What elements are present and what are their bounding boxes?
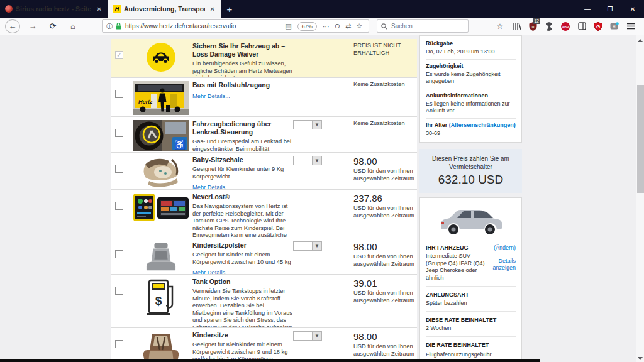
extra-checkbox[interactable] (115, 202, 123, 210)
extras-list: ✓Sichern Sie Ihr Fahrzeug ab – Loss Dama… (111, 39, 417, 362)
infant-seat-photo (140, 156, 182, 187)
library-icon[interactable] (508, 19, 525, 33)
url-bar[interactable]: ⓘ https://www.hertz.de/rentacar/reservat… (102, 19, 369, 33)
price-note: USD für den von Ihnen ausgewählten Zeitr… (353, 205, 417, 219)
extra-image: Hertz (130, 78, 192, 116)
bookmark-arrow-icon[interactable]: ☆ (492, 19, 508, 33)
extra-description: Ein beruhigendes Gefühl zu wissen, jegli… (192, 60, 293, 78)
tab-close-icon[interactable]: ✕ (96, 6, 103, 13)
neverlost-gps-photo (132, 193, 190, 222)
info-label: Rückgabe (426, 40, 516, 47)
pocket-icon[interactable]: ⊖ (335, 22, 340, 30)
reload-icon[interactable]: ⟳ (45, 19, 60, 33)
chevron-down-icon[interactable]: ▼ (312, 121, 321, 129)
search-bar[interactable]: Suchen (377, 19, 469, 33)
close-button[interactable]: ✕ (621, 0, 644, 18)
toolbar-extensions: ☆ u 12 ABP G H (492, 19, 639, 33)
extra-checkbox[interactable] (115, 129, 123, 137)
info-label: Zugehörigkeit (426, 63, 516, 70)
forward-icon[interactable]: → (25, 19, 40, 33)
extra-price: 98.00 (353, 156, 417, 167)
child-seat-photo (140, 331, 182, 361)
info-value: Do, 07 Feb, 2019 um 13:00 (426, 48, 516, 55)
scroll-down-icon[interactable] (638, 357, 643, 360)
maximize-button[interactable]: ❐ (599, 0, 621, 18)
extra-title: Kindersitzpolster (192, 241, 293, 250)
extra-checkbox[interactable] (115, 287, 123, 295)
container-icon[interactable] (574, 19, 590, 33)
quantity-dropdown[interactable]: ▼ (293, 156, 322, 165)
page-info-icon[interactable]: ⓘ (106, 22, 113, 31)
home-icon[interactable]: ⌂ (65, 19, 80, 33)
extra-checkbox[interactable]: ✓ (115, 51, 123, 59)
quantity-dropdown[interactable]: ▼ (293, 241, 322, 251)
extra-row: $Tank OptionVermeiden Sie Tankstopps in … (111, 275, 417, 328)
quantity-dropdown[interactable]: ▼ (293, 331, 322, 341)
ublock-icon[interactable]: u 12 (525, 19, 541, 33)
extension-grey-icon[interactable]: H (606, 19, 623, 33)
more-details-link[interactable]: Mehr Details... (192, 93, 230, 99)
gdata-shield-icon[interactable]: G (590, 19, 606, 33)
url-text: https://www.hertz.de/rentacar/reservatio (125, 23, 282, 30)
tab-close-icon[interactable]: ✕ (209, 6, 216, 13)
page-actions-icon[interactable]: ··· (323, 23, 330, 30)
tab-title: Sirius radio hertz - Seite 2 - Flü (16, 5, 92, 13)
new-tab-button[interactable]: + (221, 0, 238, 18)
extra-description: Das Navigationssystem von Hertz ist der … (192, 203, 293, 238)
site-favicon (5, 5, 13, 13)
chevron-down-icon[interactable]: ▼ (312, 242, 321, 250)
scroll-up-icon[interactable] (638, 39, 643, 42)
tab-sirius-radio[interactable]: Sirius radio hertz - Seite 2 - Flü ✕ (0, 0, 108, 18)
extra-description: Vermeiden Sie Tankstopps in letzter Minu… (192, 288, 293, 328)
booking-info-panel: RückgabeDo, 07 Feb, 2019 um 13:00Zugehör… (419, 35, 522, 143)
age-restrictions-link[interactable]: (Alterseinschränkungen) (447, 122, 516, 128)
total-price: 632.10 USD (425, 173, 517, 187)
extra-row: NeverLost®Das Navigationssystem von Hert… (111, 190, 417, 238)
info-section: RückgabeDo, 07 Feb, 2019 um 13:00 (426, 37, 516, 59)
adblock-plus-icon[interactable]: ABP (557, 19, 574, 33)
zoom-level-badge[interactable]: 67% (297, 22, 317, 31)
send-tab-icon[interactable]: ⇄ (345, 22, 351, 30)
more-details-link[interactable]: Mehr Details... (192, 184, 230, 190)
extra-checkbox[interactable] (115, 340, 123, 348)
chevron-down-icon[interactable]: ▼ (312, 156, 321, 165)
extra-title: NeverLost® (192, 193, 293, 201)
price-note: USD für den von Ihnen ausgewählten Zeitr… (353, 343, 417, 358)
scrollbar-thumb[interactable] (637, 85, 644, 193)
extra-checkbox[interactable] (115, 90, 123, 98)
hertz-favicon: H (113, 5, 121, 13)
rate-includes-list: Flughafennutzungsgebühr?Haftungsausschlu… (426, 351, 516, 359)
svg-text:♿: ♿ (174, 139, 186, 150)
more-details-link[interactable]: Mehr Details... (192, 270, 230, 275)
quantity-dropdown[interactable]: ▼ (293, 120, 322, 129)
svg-text:ABP: ABP (562, 25, 569, 28)
back-icon[interactable]: ← (5, 19, 20, 33)
extension-fan-icon[interactable] (541, 19, 557, 33)
extra-price: 98.00 (353, 331, 417, 342)
svg-text:Hertz: Hertz (138, 99, 153, 105)
extra-title: Kindersitze (192, 331, 293, 339)
extra-image: $ (130, 275, 192, 327)
reader-mode-icon[interactable]: ▤ (285, 22, 291, 30)
tab-hertz-active[interactable]: H Autovermietung, Transporter M ✕ (108, 0, 221, 18)
vehicle-details-link[interactable]: Details anzeigen (487, 258, 516, 272)
browser-window: Sirius radio hertz - Seite 2 - Flü ✕ H A… (0, 0, 644, 362)
extra-checkbox[interactable] (115, 250, 123, 258)
bookmark-star-icon[interactable]: ☆ (356, 22, 362, 30)
change-vehicle-link[interactable]: (Ändern) (494, 244, 516, 251)
menu-hamburger-icon[interactable] (623, 19, 639, 33)
payment-label: ZAHLUNGSART (426, 292, 516, 299)
minimize-button[interactable]: — (576, 0, 599, 18)
extra-status: Keine Zusatzkosten (353, 81, 417, 89)
extra-price: 98.00 (353, 241, 417, 252)
extra-checkbox[interactable] (115, 165, 123, 173)
extra-description: Geeignet für Kinder mit einem Körpergewi… (192, 251, 293, 266)
wheelchair-bus-photo: Hertz (133, 81, 189, 115)
info-label: Ankunftsinformationen (426, 92, 516, 99)
info-section: Ihr Alter (Alterseinschränkungen)30-69 (426, 118, 516, 141)
info-value: 30-69 (426, 130, 516, 137)
chevron-down-icon[interactable]: ▼ (312, 332, 321, 340)
window-scrollbar[interactable] (636, 35, 644, 362)
hand-controls-photo: ♿ (133, 120, 189, 151)
extra-title: Tank Option (192, 278, 293, 286)
